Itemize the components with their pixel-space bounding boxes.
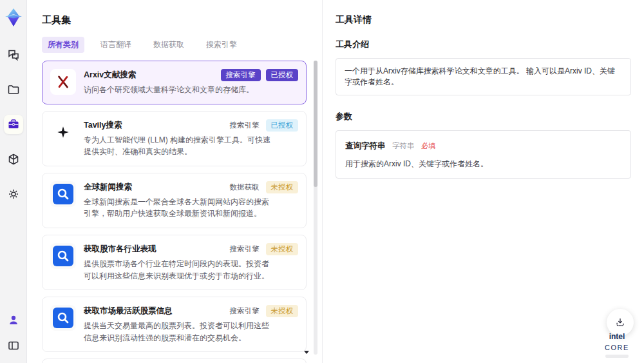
category-badge: 搜索引擎 — [229, 243, 261, 255]
tool-body: 全球新闻搜索 数据获取 未授权 全球新闻搜索是一个聚合全球各大新闻网站内容的搜索… — [84, 181, 298, 220]
auth-badge: 已授权 — [266, 119, 299, 132]
tool-card[interactable]: Arxiv文献搜索 搜索引擎 已授权 访问各个研究领域大量科学论文和文章的存储库… — [42, 61, 307, 104]
tool-body: Arxiv文献搜索 搜索引擎 已授权 访问各个研究领域大量科学论文和文章的存储库… — [84, 69, 298, 96]
tool-icon — [50, 69, 76, 95]
tool-card[interactable]: 获取股市各行业表现 搜索引擎 未授权 提供股票市场各个行业在特定时间段内的表现。… — [42, 235, 307, 290]
auth-badge: 未授权 — [266, 181, 299, 193]
category-badge: 搜索引擎 — [229, 119, 261, 132]
category-badge: 搜索引擎 — [221, 69, 261, 81]
category-badge: 搜索引擎 — [229, 305, 261, 317]
tool-name: 获取股市各行业表现 — [84, 243, 156, 255]
rail-nav — [4, 45, 23, 204]
toolbox-icon[interactable] — [4, 115, 23, 134]
app-logo[interactable] — [3, 6, 24, 28]
tool-head: Tavily搜索 搜索引擎 已授权 — [84, 119, 298, 132]
scrollbar-thumb[interactable] — [314, 61, 317, 187]
category-badge: 数据获取 — [229, 181, 261, 193]
param-box: 查询字符串 字符串 必填 用于搜索的Arxiv ID、关键字或作者姓名。 — [336, 130, 631, 179]
intel-core-logo: intel CORE — [599, 330, 635, 358]
category-tab[interactable]: 搜索引擎 — [200, 37, 243, 53]
tool-body: 获取股市各行业表现 搜索引擎 未授权 提供股票市场各个行业在特定时间段内的表现。… — [84, 243, 298, 282]
tool-head: 获取股市各行业表现 搜索引擎 未授权 — [84, 243, 298, 255]
intro-heading: 工具介绍 — [336, 39, 631, 50]
param-required-flag: 必填 — [421, 142, 435, 150]
param-name: 查询字符串 — [345, 141, 386, 150]
tool-icon — [50, 305, 76, 331]
tool-description: 专为人工智能代理 (LLM) 构建的搜索引擎工具。可快速提供实时、准确和真实的结… — [84, 134, 276, 158]
tool-detail-panel: 工具详情 工具介绍 一个用于从Arxiv存储库搜索科学论文和文章的工具。 输入可… — [322, 0, 644, 363]
tool-description: 全球新闻搜索是一个聚合全球各大新闻网站内容的搜索引擎，帮助用户快速获取全球最新资… — [84, 196, 276, 220]
tool-name: Arxiv文献搜索 — [84, 69, 136, 81]
param-header: 查询字符串 字符串 必填 — [345, 139, 621, 152]
scroll-down-indicator — [304, 351, 309, 354]
param-description: 用于搜索的Arxiv ID、关键字或作者姓名。 — [345, 159, 621, 170]
page-title: 工具集 — [42, 14, 322, 26]
tool-icon — [50, 119, 76, 145]
app-window: 工具集 所有类别 语言翻译 数据获取 搜索引擎 — [0, 0, 644, 363]
tool-description: 提供当天交易量最高的股票列表。投资者可以利用这些信息来识别流动性强的股票和潜在的… — [84, 320, 276, 344]
tool-name: 获取市场最活跃股票信息 — [84, 305, 173, 317]
brand-underline — [605, 355, 629, 358]
category-tab[interactable]: 所有类别 — [42, 37, 84, 53]
tool-icon — [50, 181, 76, 207]
tool-list: Arxiv文献搜索 搜索引擎 已授权 访问各个研究领域大量科学论文和文章的存储库… — [42, 61, 322, 363]
tool-name: 全球新闻搜索 — [84, 181, 132, 193]
tool-description: 访问各个研究领域大量科学论文和文章的存储库。 — [84, 84, 276, 96]
cube-icon[interactable] — [4, 150, 23, 169]
left-rail — [0, 0, 27, 363]
auth-badge: 未授权 — [266, 305, 299, 317]
tool-name: Tavily搜索 — [84, 119, 122, 131]
folder-icon[interactable] — [4, 80, 23, 99]
auth-badge: 已授权 — [266, 69, 299, 81]
category-tab[interactable]: 语言翻译 — [95, 37, 137, 53]
chat-icon[interactable] — [4, 45, 23, 64]
tool-head: Arxiv文献搜索 搜索引擎 已授权 — [84, 69, 298, 81]
tool-icon — [50, 243, 76, 269]
category-tab[interactable]: 数据获取 — [147, 37, 190, 53]
brand-core: CORE — [605, 344, 629, 351]
tool-card[interactable]: 全球新闻搜索 数据获取 未授权 全球新闻搜索是一个聚合全球各大新闻网站内容的搜索… — [42, 173, 307, 228]
intro-box: 一个用于从Arxiv存储库搜索科学论文和文章的工具。 输入可以是Arxiv ID… — [336, 58, 631, 95]
tool-head: 全球新闻搜索 数据获取 未授权 — [84, 181, 298, 193]
scrollbar-track[interactable] — [314, 61, 317, 355]
params-heading: 参数 — [336, 111, 631, 123]
param-type: 字符串 — [392, 142, 415, 150]
panel-toggle-icon[interactable] — [4, 336, 23, 355]
tool-body: Tavily搜索 搜索引擎 已授权 专为人工智能代理 (LLM) 构建的搜索引擎… — [84, 119, 298, 158]
category-tabs: 所有类别 语言翻译 数据获取 搜索引擎 — [42, 37, 322, 53]
tool-card[interactable]: 万维地区新闻查询 搜索引擎 未授权 查询具体行政区划内的新闻，快速了解各地新闻动… — [42, 358, 307, 363]
brand-intel: intel — [609, 332, 625, 341]
settings-icon[interactable] — [4, 184, 23, 204]
toolset-panel: 工具集 所有类别 语言翻译 数据获取 搜索引擎 — [27, 0, 322, 363]
rail-bottom — [4, 310, 23, 363]
tool-description: 提供股票市场各个行业在特定时间段内的表现。投资者可以利用这些信息来识别表现优于或… — [84, 258, 276, 282]
tool-body: 获取市场最活跃股票信息 搜索引擎 未授权 提供当天交易量最高的股票列表。投资者可… — [84, 305, 298, 344]
tool-card[interactable]: Tavily搜索 搜索引擎 已授权 专为人工智能代理 (LLM) 构建的搜索引擎… — [42, 111, 307, 166]
tool-head: 获取市场最活跃股票信息 搜索引擎 未授权 — [84, 305, 298, 317]
detail-title: 工具详情 — [336, 14, 631, 26]
tool-card[interactable]: 获取市场最活跃股票信息 搜索引擎 未授权 提供当天交易量最高的股票列表。投资者可… — [42, 297, 307, 352]
auth-badge: 未授权 — [266, 243, 299, 255]
user-icon[interactable] — [4, 310, 23, 329]
